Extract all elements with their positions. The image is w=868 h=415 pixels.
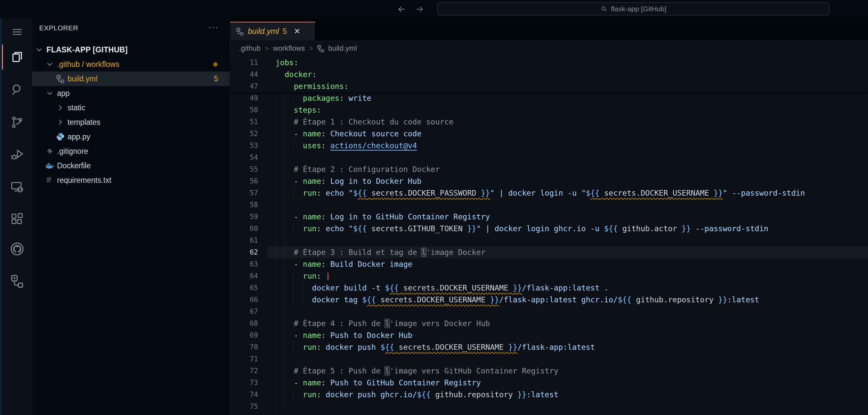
code-line-49[interactable]: 49 packages: write [230, 92, 868, 104]
code-line-54[interactable]: 54 [230, 152, 868, 163]
line-number: 51 [230, 116, 258, 128]
line-number: 69 [230, 329, 258, 341]
code-text: run: docker push ${{ secrets.DOCKER_USER… [276, 341, 595, 353]
code-text: uses: actions/checkout@v4 [276, 140, 417, 152]
code-line-59[interactable]: 59 - name: Log in to GitHub Container Re… [230, 211, 868, 223]
line-number: 56 [230, 175, 258, 187]
code-line-62[interactable]: 62 # Étape 3 : Build et tag de l'image D… [230, 246, 868, 258]
github-actions-icon[interactable] [2, 268, 32, 293]
search-value: flask-app [GitHub] [611, 5, 666, 13]
code-line-63[interactable]: 63 - name: Build Docker image [230, 258, 868, 270]
close-icon[interactable]: ✕ [294, 27, 301, 36]
code-line-70[interactable]: 70 run: docker push ${{ secrets.DOCKER_U… [230, 341, 868, 353]
code-line-67[interactable]: 67 [230, 306, 868, 318]
list-icon [45, 175, 54, 185]
line-number: 74 [230, 389, 258, 401]
line-number: 68 [230, 318, 258, 329]
nav-forward-icon[interactable] [412, 2, 427, 16]
tree-item-templates[interactable]: templates [32, 115, 230, 129]
tree-item-label: Dockerfile [57, 161, 91, 170]
line-number: 63 [230, 258, 258, 270]
command-center-search[interactable]: flask-app [GitHub] [437, 2, 830, 15]
indent-guide [285, 199, 285, 211]
code-line-55[interactable]: 55 # Étape 2 : Configuration Docker [230, 163, 868, 175]
code-line-52[interactable]: 52 - name: Checkout source code [230, 128, 868, 140]
code-line-74[interactable]: 74 run: docker push ghcr.io/${{ github.r… [230, 389, 868, 401]
indent-guide [285, 306, 285, 318]
code-line-69[interactable]: 69 - name: Push to Docker Hub [230, 329, 868, 341]
code-text: packages: write [276, 92, 371, 104]
menu-icon[interactable] [2, 23, 32, 41]
line-number: 65 [230, 282, 258, 294]
indent-guide [276, 152, 276, 163]
remote-explorer-icon[interactable] [2, 174, 32, 200]
more-actions-icon[interactable]: ··· [208, 22, 219, 32]
line-number: 57 [230, 187, 258, 199]
tree-item-dockerfile[interactable]: Dockerfile [32, 158, 230, 173]
code-line-51[interactable]: 51 # Étape 1 : Checkout du code source [230, 116, 868, 128]
indent-guide [276, 234, 276, 246]
tree-item-app[interactable]: app [32, 86, 230, 100]
explorer-sidebar: EXPLORER ··· FLASK-APP [GITHUB].github /… [32, 18, 230, 415]
line-number: 47 [230, 81, 258, 92]
code-line-66[interactable]: 66 docker tag ${{ secrets.DOCKER_USERNAM… [230, 294, 868, 306]
code-text: jobs: [276, 57, 298, 68]
code-line-60[interactable]: 60 run: echo "${{ secrets.GITHUB_TOKEN }… [230, 223, 868, 234]
code-line-75[interactable]: 75 [230, 401, 868, 412]
source-control-icon[interactable] [2, 110, 32, 135]
code-line-53[interactable]: 53 uses: actions/checkout@v4 [230, 140, 868, 152]
code-line-71[interactable]: 71 [230, 353, 868, 365]
code-line-72[interactable]: 72 # Étape 5 : Push de l'image vers GitH… [230, 365, 868, 377]
line-number: 66 [230, 294, 258, 306]
run-debug-icon[interactable] [2, 142, 32, 167]
tree-item-label: app [57, 89, 69, 98]
indent-guide [285, 152, 285, 163]
workflow-icon [56, 74, 65, 83]
tree-item-flask-app-github-[interactable]: FLASK-APP [GITHUB] [32, 42, 230, 57]
tree-item-build-yml[interactable]: build.yml5 [32, 71, 230, 86]
explorer-icon[interactable] [2, 44, 32, 69]
breadcrumb-github[interactable]: .github [239, 44, 261, 53]
indent-guide [285, 234, 285, 246]
line-number: 67 [230, 306, 258, 318]
code-text: - name: Push to GitHub Container Registr… [276, 377, 481, 389]
tree-item-label: .github / workflows [57, 60, 119, 69]
code-text: - name: Log in to Docker Hub [276, 175, 422, 187]
code-line-73[interactable]: 73 - name: Push to GitHub Container Regi… [230, 377, 868, 389]
tree-item--gitignore[interactable]: .gitignore [32, 144, 230, 158]
code-line-61[interactable]: 61 [230, 234, 868, 246]
extensions-icon[interactable] [2, 206, 32, 231]
code-line-56[interactable]: 56 - name: Log in to Docker Hub [230, 175, 868, 187]
chevron-down-icon [35, 45, 44, 54]
github-icon[interactable] [2, 236, 32, 261]
code-text: docker tag ${{ secrets.DOCKER_USERNAME }… [276, 294, 759, 306]
code-text: docker: [276, 68, 317, 81]
tree-item-requirements-txt[interactable]: requirements.txt [32, 173, 230, 187]
tree-item--github-workflows[interactable]: .github / workflows [32, 57, 230, 71]
line-number: 50 [230, 104, 258, 116]
tree-item-app-py[interactable]: app.py [32, 129, 230, 144]
code-line-47[interactable]: 47 permissions: [230, 81, 868, 92]
code-line-64[interactable]: 64 run: | [230, 270, 868, 282]
nav-back-icon[interactable] [395, 2, 409, 16]
tree-item-static[interactable]: static [32, 100, 230, 115]
code-line-44[interactable]: 44 docker: [230, 68, 868, 81]
breadcrumb-workflows[interactable]: workflows [273, 44, 305, 53]
tree-item-label: .gitignore [57, 147, 88, 156]
breadcrumb-build-yml[interactable]: build.yml [328, 44, 357, 53]
code-line-68[interactable]: 68 # Étape 4 : Push de l'image vers Dock… [230, 318, 868, 329]
chevron-down-icon [45, 89, 54, 98]
line-number: 61 [230, 234, 258, 246]
breadcrumb-separator: > [309, 45, 313, 52]
code-line-11[interactable]: 11jobs: [230, 57, 868, 68]
line-number: 64 [230, 270, 258, 282]
code-line-58[interactable]: 58 [230, 199, 868, 211]
line-number: 11 [230, 57, 258, 68]
code-line-57[interactable]: 57 run: echo "${{ secrets.DOCKER_PASSWOR… [230, 187, 868, 199]
code-line-50[interactable]: 50 steps: [230, 104, 868, 116]
search-icon[interactable] [2, 77, 32, 102]
tab-build-yml[interactable]: build.yml 5 ✕ [230, 22, 315, 40]
sidebar-title: EXPLORER [39, 24, 78, 32]
code-line-65[interactable]: 65 docker build -t ${{ secrets.DOCKER_US… [230, 282, 868, 294]
line-number: 44 [230, 68, 258, 81]
